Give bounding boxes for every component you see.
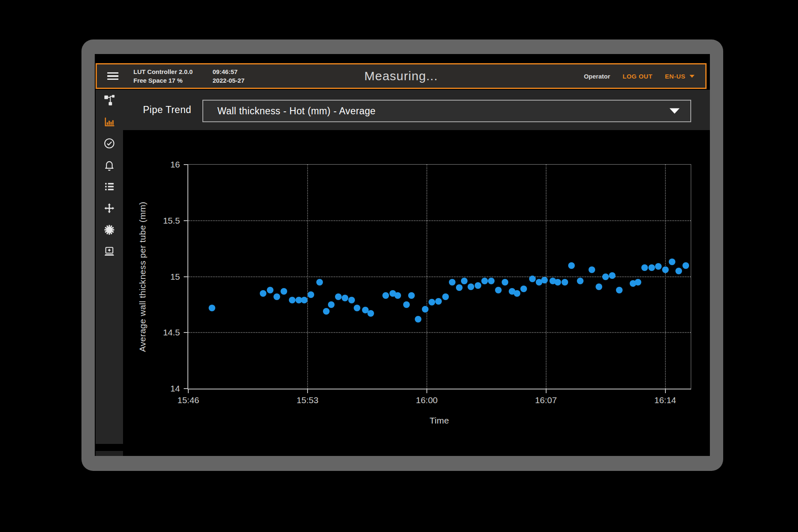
page-background: LUT Controller 2.0.0 Free Space 17 % 09:… xyxy=(0,0,798,532)
trend-dropdown-value: Wall thickness - Hot (mm) - Average xyxy=(217,106,376,117)
sidebar-item-move[interactable] xyxy=(103,202,116,214)
logout-button[interactable]: LOG OUT xyxy=(623,73,653,80)
trend-dropdown[interactable]: Wall thickness - Hot (mm) - Average xyxy=(202,100,691,122)
data-point xyxy=(675,268,682,274)
data-point xyxy=(596,283,602,290)
data-point xyxy=(520,286,527,292)
x-tick-label: 15:53 xyxy=(297,395,319,405)
data-point xyxy=(456,284,463,291)
x-tick-mark xyxy=(546,389,547,393)
data-point xyxy=(475,282,481,289)
y-tick-mark xyxy=(184,276,187,277)
data-point xyxy=(354,305,360,311)
trend-selector-row: Pipe Trend Wall thickness - Hot (mm) - A… xyxy=(123,90,710,130)
x-axis-title: Time xyxy=(429,416,449,426)
v-gridline xyxy=(307,165,308,389)
y-tick-label: 15.5 xyxy=(163,216,180,226)
sidebar-item-alarms[interactable] xyxy=(103,159,116,171)
v-gridline xyxy=(665,165,666,389)
data-point xyxy=(422,306,429,313)
free-space-label: Free Space 17 % xyxy=(133,77,193,84)
language-selector[interactable]: EN-US xyxy=(665,73,695,80)
menu-hamburger-icon[interactable] xyxy=(107,71,118,82)
bell-icon xyxy=(103,159,116,171)
gear-icon xyxy=(103,224,116,236)
data-point xyxy=(641,264,648,271)
clock-date: 2022-05-27 xyxy=(213,77,245,84)
x-tick-label: 16:07 xyxy=(535,395,557,405)
data-point xyxy=(408,292,415,299)
data-point xyxy=(435,298,442,305)
data-point xyxy=(529,276,536,282)
data-point xyxy=(348,297,355,303)
data-point xyxy=(662,266,669,273)
data-point xyxy=(616,287,623,293)
data-point xyxy=(301,297,308,303)
data-point xyxy=(502,279,508,286)
data-point xyxy=(589,266,595,273)
data-point xyxy=(568,262,575,269)
app-name: LUT Controller 2.0.0 xyxy=(133,69,193,75)
x-tick-label: 15:46 xyxy=(177,395,200,405)
data-point xyxy=(209,305,215,311)
move-arrows-icon xyxy=(103,202,116,214)
data-point xyxy=(335,293,342,300)
datetime: 09:46:57 2022-05-27 xyxy=(213,69,245,84)
sidebar-item-export[interactable] xyxy=(103,245,116,258)
data-point xyxy=(481,278,488,284)
chart-region: Average wall thickness per tube (mm) 161… xyxy=(123,130,710,456)
y-tick-mark xyxy=(184,164,187,165)
data-point xyxy=(328,301,335,308)
data-point xyxy=(267,287,273,293)
y-tick-label: 16 xyxy=(170,160,180,170)
trend-label: Pipe Trend xyxy=(143,90,191,130)
dropdown-caret-icon xyxy=(670,108,680,114)
data-point xyxy=(541,277,548,283)
data-point xyxy=(415,316,421,323)
user-role-label: Operator xyxy=(584,73,610,80)
data-point xyxy=(554,279,561,286)
app-window: LUT Controller 2.0.0 Free Space 17 % 09:… xyxy=(95,54,710,456)
sidebar-scroll-remnant xyxy=(96,451,123,456)
sidebar-item-list[interactable] xyxy=(103,180,116,193)
data-point xyxy=(449,279,456,286)
h-gridline xyxy=(188,220,691,221)
header-bar: LUT Controller 2.0.0 Free Space 17 % 09:… xyxy=(96,63,707,89)
sidebar-item-pipeline[interactable] xyxy=(103,94,116,106)
bar-chart-icon xyxy=(103,116,116,128)
v-gridline xyxy=(426,165,427,389)
x-tick-label: 16:14 xyxy=(654,395,676,405)
plot-area: 1615.51514.51415:4615:5316:0016:0716:14 xyxy=(187,164,691,389)
x-tick-label: 16:00 xyxy=(416,395,438,405)
sidebar-nav xyxy=(96,90,123,444)
sidebar-item-trend-chart-active[interactable] xyxy=(103,116,116,128)
sidebar-item-checks[interactable] xyxy=(103,137,116,150)
x-tick-mark xyxy=(426,389,427,393)
data-point xyxy=(648,264,655,271)
y-tick-mark xyxy=(184,220,187,221)
data-point xyxy=(635,279,641,286)
y-tick-mark xyxy=(184,388,187,389)
data-point xyxy=(281,288,287,295)
clock-time: 09:46:57 xyxy=(213,69,245,75)
data-point xyxy=(682,262,689,269)
data-point xyxy=(461,278,468,284)
y-tick-label: 14 xyxy=(170,384,180,394)
check-circle-icon xyxy=(103,137,116,150)
header-right: Operator LOG OUT EN-US xyxy=(584,73,705,80)
sidebar-item-settings[interactable] xyxy=(103,224,116,236)
x-tick-mark xyxy=(188,389,189,393)
app-info: LUT Controller 2.0.0 Free Space 17 % xyxy=(133,69,193,84)
data-point xyxy=(442,293,449,300)
data-point xyxy=(488,278,495,284)
y-tick-label: 15 xyxy=(170,272,180,282)
data-point xyxy=(323,308,330,315)
data-point xyxy=(382,292,389,299)
data-point xyxy=(669,259,675,265)
x-tick-mark xyxy=(307,389,308,393)
data-point xyxy=(273,293,280,300)
data-point xyxy=(308,291,314,298)
data-point xyxy=(655,263,662,270)
data-point xyxy=(260,290,266,297)
h-gridline xyxy=(188,332,691,333)
